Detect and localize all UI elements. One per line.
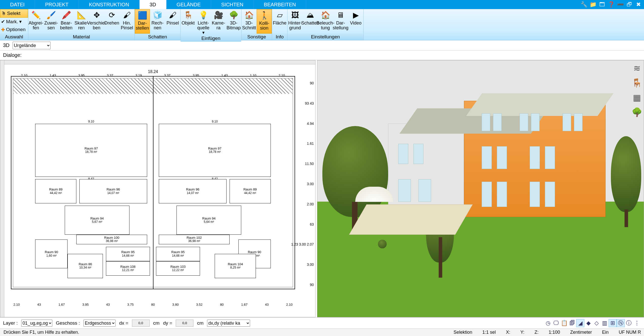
menu-tab-3d[interactable]: 3D [140, 0, 167, 9]
bottom-icon-10[interactable]: ⓘ [625, 319, 633, 327]
ribbon-btn-icon: ✏️ [31, 10, 41, 20]
side-tool-3[interactable]: 🌳 [632, 107, 642, 117]
options-button[interactable]: ✚ Optionen [0, 26, 28, 34]
ribbon-btn-drehen[interactable]: ⟳Drehen [104, 9, 119, 34]
geschoss-label: Geschoss : [56, 320, 80, 326]
floorplan-drawing[interactable]: 18.24 9093 434.941.6111.503.002.00631.23… [6, 66, 300, 307]
terrain-select[interactable]: Urgelände [13, 42, 51, 49]
menu-tab-sichten[interactable]: SICHTEN [211, 0, 254, 9]
room[interactable]: Raum 945,64 m² [176, 206, 241, 234]
ribbon-btn-flche[interactable]: ▱Fläche [272, 9, 287, 34]
titlebar-icon-1[interactable]: 📁 [589, 1, 596, 8]
dx-label: dx = [119, 320, 128, 326]
dimension-chain-right: 9093 434.941.6111.503.002.00631.23 3.00 … [288, 81, 314, 287]
ribbon-group-auswahl: 🖱 Selekt ✔ Mark. ▾ ✚ Optionen Auswahl [0, 9, 28, 40]
bottom-icon-7[interactable]: ▥ [601, 319, 609, 327]
status-ratio: 1:1 sel [482, 330, 496, 335]
room[interactable]: Raum 901,60 m² [35, 239, 68, 268]
titlebar-icon-0[interactable]: 🔧 [580, 1, 587, 8]
ribbon-btn-rechnen[interactable]: 🧊Rech-nen [150, 9, 165, 34]
titlebar-icon-5[interactable]: 🗗 [626, 1, 633, 8]
room[interactable]: Raum 8610,34 m² [68, 254, 103, 278]
side-tool-0[interactable]: ≋ [632, 63, 642, 73]
room[interactable]: Raum 1048,25 m² [215, 254, 256, 278]
ribbon-btn-darstellen[interactable]: 🟦Dar-stellen [135, 9, 150, 34]
room[interactable]: Raum 10036,98 m² [76, 235, 147, 244]
room[interactable]: 9.10Raum 9718,78 m²8.42 [159, 124, 271, 177]
room[interactable]: Raum 8944,42 m² [35, 179, 76, 203]
bottom-icon-4[interactable]: ◢ [576, 319, 584, 327]
dy-input[interactable] [176, 320, 193, 327]
titlebar-icon-6[interactable]: ✖ [635, 1, 642, 8]
layer-select[interactable]: 01_ug,eg,og [21, 320, 52, 327]
bottom-icon-8[interactable]: ⊞ [609, 319, 617, 327]
titlebar-icon-3[interactable]: ❓ [608, 1, 615, 8]
ribbon-btn-schatten[interactable]: ⛰Schatten [303, 9, 318, 34]
side-tool-2[interactable]: ▦ [632, 92, 642, 103]
ribbon-btn-abgreifen[interactable]: ✏️Abgrei-fen [28, 9, 43, 34]
menu-tab-datei[interactable]: DATEI [0, 0, 35, 9]
room[interactable]: Raum 10236,98 m² [159, 235, 229, 244]
menu-tab-konstruktion[interactable]: KONSTRUKTION [79, 0, 140, 9]
ribbon-btn-icon: 🖌️ [46, 10, 56, 20]
ribbon-btn-bearbeiten[interactable]: 🖍️Bear-beiten [59, 9, 74, 34]
ribbon-btn-dbitmap[interactable]: 🌳3D-Bitmap [226, 9, 241, 35]
room[interactable]: Raum 10812,21 m² [106, 261, 150, 276]
side-tool-1[interactable]: 🪑 [632, 78, 642, 88]
3d-scene[interactable] [317, 60, 644, 317]
ribbon-btn-hintergrund[interactable]: 🖼Hinter-grund [287, 9, 303, 34]
ribbon-btn-icon: 🖼 [290, 10, 300, 20]
room[interactable]: Raum 8944,42 m² [230, 179, 271, 203]
ribbon-btn-icon: 🧊 [152, 10, 163, 20]
bottom-icon-1[interactable]: 🖵 [552, 319, 560, 327]
bottom-icon-9[interactable]: Ⓝ [617, 319, 625, 327]
ribbon-btn-video[interactable]: ▶Video [348, 9, 363, 34]
ribbon-btn-kamera[interactable]: 🎥Kame-ra [211, 9, 226, 35]
ribbon-btn-zuweisen[interactable]: 🖌️Zuwei-sen [43, 9, 59, 34]
status-unit: Zentimeter [570, 330, 592, 335]
ribbon-group-sonstige: 🏠3D-Schnitt🚶Kolli-sionSonstige [241, 9, 272, 40]
mark-mode-button[interactable]: ✔ Mark. ▾ [0, 18, 28, 26]
bottom-icon-5[interactable]: ◆ [584, 319, 592, 327]
ribbon-btn-hinpinsel[interactable]: 🖌Hin.Pinsel [119, 9, 135, 34]
ribbon-btn-icon: 🏠 [320, 10, 330, 20]
bottom-icon-11[interactable]: ⋮ [633, 319, 641, 327]
ribbon-btn-objekt[interactable]: 🪑Objekt [181, 9, 196, 35]
bottom-icon-2[interactable]: 📋 [560, 319, 568, 327]
titlebar-icon-2[interactable]: 🗔 [598, 1, 606, 8]
room[interactable]: 9.10Raum 9718,78 m²8.42 [35, 124, 147, 177]
room[interactable]: Raum 9614,07 m² [159, 179, 227, 203]
dimension-chain-bottom: 2.10431.673.95433.75803.803.52801.67432.… [13, 303, 293, 306]
room[interactable]: Raum 9514,66 m² [156, 247, 200, 261]
titlebar-icon-4[interactable]: ➖ [617, 1, 624, 8]
geschoss-select[interactable]: Erdgeschoss [83, 320, 116, 327]
workspace: 18.24 9093 434.941.6111.503.002.00631.23… [0, 60, 644, 317]
menu-tab-projekt[interactable]: PROJEKT [35, 0, 79, 9]
ribbon-btn-kollision[interactable]: 🚶Kolli-sion [257, 9, 272, 34]
ribbon-group-schatten: 🟦Dar-stellen🧊Rech-nen🖌PinselSchatten [135, 9, 181, 40]
floorplan-2d-view[interactable]: 18.24 9093 434.941.6111.503.002.00631.23… [0, 60, 316, 317]
menu-tab-bearbeiten[interactable]: BEARBEITEN [254, 0, 306, 9]
bottom-icon-0[interactable]: ◷ [544, 319, 552, 327]
select-mode-button[interactable]: 🖱 Selekt [0, 9, 28, 18]
ribbon-group-material: ✏️Abgrei-fen🖌️Zuwei-sen🖍️Bear-beiten📐Ska… [28, 9, 135, 40]
ribbon-btn-verschieben[interactable]: ✥Verschie-ben [89, 9, 104, 34]
3d-perspective-view[interactable] [317, 60, 644, 317]
ribbon-btn-lichtquelle[interactable]: 💡Licht-quelle ▾ [196, 9, 211, 35]
ribbon-btn-icon: ▶ [351, 10, 361, 20]
room[interactable]: Raum 9514,66 m² [106, 247, 150, 261]
bottom-icon-6[interactable]: ◇ [592, 319, 601, 327]
room[interactable]: Raum 945,67 m² [65, 206, 129, 234]
ribbon-btn-dschnitt[interactable]: 🏠3D-Schnitt [241, 9, 257, 34]
room[interactable]: Raum 9614,07 m² [79, 179, 147, 203]
ribbon-btn-darstellung[interactable]: 🖥Dar-stellung [333, 9, 348, 34]
ribbon-btn-pinsel[interactable]: 🖌Pinsel [165, 9, 180, 34]
ribbon-btn-skalieren[interactable]: 📐Skalie-ren [74, 9, 89, 34]
bottom-icon-3[interactable]: 🗐 [568, 319, 576, 327]
coord-mode-select[interactable]: dx,dy (relativ ka [207, 320, 250, 327]
menu-tab-gelände[interactable]: GELÄNDE [166, 0, 211, 9]
ribbon-btn-beleuchtung[interactable]: 🏠Beleuch-tung [318, 9, 333, 34]
room[interactable]: Raum 10312,22 m² [156, 261, 200, 276]
ribbon-btn-icon: 🏠 [244, 10, 254, 20]
dx-input[interactable] [132, 320, 150, 327]
